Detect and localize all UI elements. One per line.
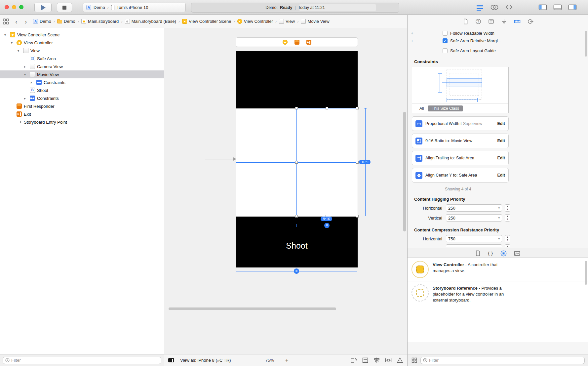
edit-constraint-button[interactable]: Edit [497, 121, 505, 126]
edit-constraint-button[interactable]: Edit [497, 173, 505, 178]
window-close-button[interactable] [5, 5, 9, 9]
embed-in-stack-icon[interactable] [362, 357, 369, 363]
toggle-inspector-button[interactable] [567, 3, 578, 11]
resize-handle[interactable] [295, 107, 298, 109]
storyboard-canvas[interactable]: Shoot 16:9 9:16 = = [164, 28, 407, 354]
quick-help-inspector-icon[interactable]: ? [475, 19, 481, 24]
outline-row-view[interactable]: ▾ View [0, 47, 164, 55]
add-constraints-icon[interactable] [385, 357, 392, 363]
compression-horizontal-dropdown[interactable]: 750▾ [446, 235, 502, 242]
align-icon[interactable] [373, 357, 380, 363]
add-variation-button[interactable]: + [411, 38, 415, 43]
library-filter-input[interactable] [429, 358, 582, 363]
toggle-debug-area-button[interactable] [552, 3, 563, 11]
edit-constraint-button[interactable]: Edit [497, 156, 505, 160]
equal-constraint-icon[interactable]: = [324, 223, 330, 228]
size-class-current-tab[interactable]: This Size Class [428, 105, 463, 111]
library-view-toggle-icon[interactable] [412, 357, 417, 363]
view-controller-icon[interactable] [283, 40, 288, 45]
camera-view[interactable] [236, 51, 358, 108]
update-frames-icon[interactable] [350, 357, 357, 363]
storyboard-entry-arrow[interactable] [205, 159, 233, 159]
breadcrumb-item-project[interactable]: Demo [33, 19, 51, 24]
library-item-view-controller[interactable]: View Controller - A controller that mana… [408, 258, 588, 281]
attributes-inspector-icon[interactable] [501, 19, 507, 24]
aspect-ratio-badge[interactable]: 16:9 [359, 160, 371, 164]
toggle-navigator-button[interactable] [537, 3, 548, 11]
constraint-row-align-trailing[interactable]: Align Trailing to:Safe Area Edit [412, 151, 509, 165]
outline-row-safe-area[interactable]: Safe Area [0, 55, 164, 62]
breadcrumb-item-folder[interactable]: Demo [57, 19, 75, 24]
shoot-button[interactable]: Shoot [236, 241, 358, 251]
run-button[interactable] [34, 3, 52, 12]
breadcrumb-item-scene[interactable]: View Controller Scene [182, 19, 231, 24]
zoom-level[interactable]: 75% [265, 358, 274, 363]
forward-button[interactable]: › [23, 18, 28, 25]
breadcrumb-item-storyboard[interactable]: Main.storyboard [81, 19, 119, 24]
version-editor-button[interactable] [503, 3, 515, 11]
file-template-library-icon[interactable] [475, 250, 481, 256]
connections-inspector-icon[interactable] [528, 19, 533, 24]
file-inspector-icon[interactable] [462, 19, 468, 24]
outline-filter-input[interactable] [11, 358, 159, 363]
destination-name[interactable]: Tom's iPhone 10 [117, 5, 148, 10]
scheme-selector[interactable]: Demo › Tom's iPhone 10 [83, 3, 186, 12]
outline-row-shoot-button[interactable]: B Shoot [0, 86, 164, 94]
safe-area-layout-guide-checkbox[interactable] [443, 48, 448, 53]
outline-row-exit[interactable]: Exit [0, 110, 164, 118]
outline-row-constraints[interactable]: ▸ Constraints [0, 78, 164, 86]
disclosure-closed-icon[interactable]: ▸ [23, 65, 30, 68]
breadcrumb-item-movie-view[interactable]: Movie View [301, 19, 329, 24]
resize-handle[interactable] [356, 215, 359, 218]
outline-row-view-controller-scene[interactable]: ▾ View Controller Scene [0, 31, 164, 39]
first-responder-icon[interactable] [294, 40, 299, 45]
disclosure-open-icon[interactable]: ▾ [10, 41, 17, 45]
edit-constraint-button[interactable]: Edit [497, 139, 505, 143]
view-as-control[interactable]: View as: iPhone 8 (wChR) [180, 358, 231, 363]
outline-row-constraints[interactable]: ▸ Constraints [0, 94, 164, 102]
disclosure-closed-icon[interactable]: ▸ [23, 97, 30, 100]
exit-icon[interactable] [306, 40, 311, 45]
code-snippet-library-icon[interactable]: { } [488, 251, 493, 256]
compression-horizontal-stepper[interactable]: ▴▾ [505, 235, 510, 242]
canvas-horizontal-scrollbar[interactable] [169, 307, 336, 310]
library-scrollbar[interactable] [585, 261, 587, 285]
back-button[interactable]: ‹ [14, 18, 19, 25]
add-variation-button[interactable]: + [411, 31, 415, 36]
hugging-horizontal-stepper[interactable]: ▴▾ [505, 204, 510, 212]
breadcrumb-item-view[interactable]: View [279, 19, 295, 24]
follow-readable-width-checkbox[interactable] [443, 31, 448, 36]
resize-handle[interactable] [356, 107, 359, 109]
compression-vertical-dropdown[interactable]: 750▾ [446, 244, 502, 247]
library-item-storyboard-reference[interactable]: Storyboard Reference - Provides a placeh… [408, 281, 588, 306]
constraint-row-proportional-width[interactable]: Proportional Width tSuperview Edit [412, 116, 509, 131]
constraint-row-align-center-y[interactable]: Align Center Y to:Safe Area Edit [412, 168, 509, 183]
library-filter-field[interactable] [420, 357, 585, 364]
size-class-all-tab[interactable]: All [419, 106, 424, 111]
outline-row-storyboard-entry-point[interactable]: Storyboard Entry Point [0, 118, 164, 126]
zoom-in-button[interactable]: + [285, 357, 289, 364]
standard-editor-button[interactable] [474, 3, 486, 11]
outline-row-movie-view[interactable]: ▾ Movie View [0, 70, 164, 78]
inspector-scrollbar[interactable] [585, 31, 587, 57]
window-minimize-button[interactable] [12, 5, 16, 9]
object-library-icon[interactable] [500, 250, 507, 257]
aspect-ratio-badge[interactable]: 9:16 [321, 217, 332, 221]
breadcrumb-item-view-controller[interactable]: View Controller [237, 19, 273, 24]
outline-row-view-controller[interactable]: ▾ View Controller [0, 39, 164, 47]
compression-vertical-stepper[interactable]: ▴▾ [505, 244, 510, 247]
outline-row-camera-view[interactable]: ▸ Camera View [0, 62, 164, 70]
resize-handle[interactable] [295, 161, 298, 164]
identity-inspector-icon[interactable] [488, 19, 494, 24]
resize-handle[interactable] [356, 161, 359, 164]
zoom-out-button[interactable]: — [250, 358, 254, 363]
disclosure-open-icon[interactable]: ▾ [3, 33, 10, 37]
outline-row-first-responder[interactable]: First Responder [0, 102, 164, 110]
equal-constraint-icon[interactable]: = [294, 268, 299, 274]
stop-button[interactable] [57, 3, 72, 12]
constraint-row-aspect-ratio[interactable]: 9:16 Ratio to:Movie View Edit [412, 134, 509, 148]
disclosure-open-icon[interactable]: ▾ [23, 73, 30, 76]
assistant-editor-button[interactable] [489, 3, 500, 11]
disclosure-open-icon[interactable]: ▾ [17, 49, 23, 53]
hugging-vertical-stepper[interactable]: ▴▾ [505, 214, 510, 222]
